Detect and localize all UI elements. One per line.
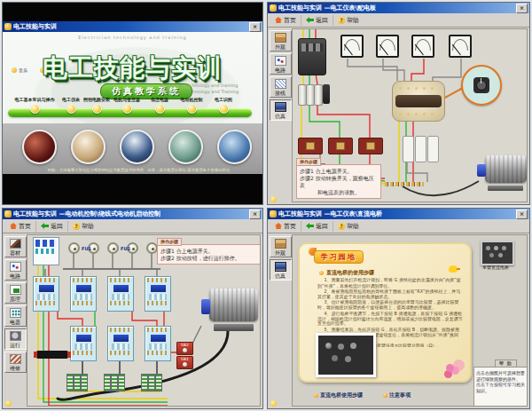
music-ball-icon[interactable] (270, 400, 277, 407)
relay[interactable] (415, 136, 426, 162)
fuse-dark[interactable] (323, 84, 330, 104)
contactor[interactable] (145, 326, 171, 361)
contactor[interactable] (145, 276, 171, 312)
fuse-holder[interactable] (107, 242, 119, 254)
simulation-canvas[interactable]: FU1 FU2 SB2 SB1 操作步骤 步骤1 合上电源开关。 步骤2 按动按… (27, 234, 261, 407)
titlebar[interactable]: 电工技能与实训 —电工仪表\直流电桥 × (268, 209, 529, 219)
home-button[interactable]: 首页 (5, 221, 36, 232)
contactor-terminals (73, 278, 94, 282)
sidebar-item-devices[interactable]: 电器 (4, 305, 27, 327)
starting-resistor[interactable] (104, 374, 111, 391)
contactor[interactable] (70, 326, 97, 361)
menu-item-drawings[interactable]: 电工识图 (210, 97, 237, 114)
titlebar[interactable]: 电工技能与实训 —电动机控制\绕线式电动机启动控制 × (3, 209, 262, 219)
photo-device[interactable] (120, 130, 154, 164)
photo-meter[interactable] (71, 130, 106, 164)
close-button[interactable]: × (249, 209, 261, 219)
music-ball-icon[interactable] (270, 196, 277, 202)
link-precautions[interactable]: 注意事项 (383, 391, 411, 399)
english-line2: Electrician Technology and Training (160, 89, 239, 95)
sidebar-item-appearance[interactable]: 外观 (270, 236, 292, 257)
terminal-busbar[interactable] (36, 351, 68, 359)
starting-resistor[interactable] (155, 374, 162, 391)
menu-item-lighting[interactable]: 照明电路安装 (81, 97, 113, 114)
sidebar-item-simulation[interactable]: 仿真 (270, 259, 292, 281)
component-thumbnail[interactable] (481, 241, 514, 265)
menu-item-motorcontrol[interactable]: 电动机控制 (176, 97, 207, 114)
photo-motor[interactable] (168, 130, 203, 164)
music-ball-icon[interactable] (5, 400, 12, 407)
sidebar-item-simulation[interactable]: 仿真 (270, 99, 292, 121)
sidebar-item-wiring[interactable]: 接线 (270, 76, 292, 98)
starting-resistor[interactable] (118, 374, 125, 391)
fuse-holder[interactable] (68, 242, 80, 254)
help-button[interactable]: ?帮助 (333, 221, 364, 232)
close-button[interactable]: × (516, 209, 528, 219)
current-transformer[interactable] (298, 138, 323, 154)
sidebar-item-run[interactable]: 运行 (4, 328, 27, 350)
back-button[interactable]: 返回 (301, 221, 333, 232)
titlebar[interactable]: 电工技能与实训 —电工仪表\配电板 × (268, 3, 529, 13)
sidebar-item-principle[interactable]: 原理 (4, 282, 27, 304)
help-button[interactable]: ?帮助 (68, 221, 98, 232)
help-note-line: 点击右侧图片可选择想要进行细致观察的器件。 (476, 370, 526, 382)
circuit-breaker[interactable] (33, 237, 59, 265)
starting-resistor[interactable] (74, 374, 81, 391)
motor[interactable] (477, 155, 527, 191)
contactor[interactable] (107, 276, 134, 312)
menu-item-transformer[interactable]: 电机与变压器 (111, 97, 143, 114)
sidebar-item-circuit[interactable]: 电路 (270, 53, 292, 75)
starting-resistor[interactable] (148, 374, 155, 391)
motor[interactable] (201, 288, 258, 331)
contactor-contacts (112, 294, 129, 300)
bridge-photo[interactable] (316, 333, 376, 377)
back-button[interactable]: 返回 (36, 221, 68, 232)
contactor[interactable] (107, 326, 134, 361)
menu-item-basics[interactable]: 电工基本常识与操作 (10, 97, 59, 114)
fuse[interactable] (314, 84, 323, 106)
back-button[interactable]: 返回 (301, 15, 333, 26)
switch-band (395, 95, 442, 107)
close-button[interactable]: × (516, 4, 528, 13)
current-transformer[interactable] (328, 138, 353, 154)
panel-meter[interactable] (376, 35, 399, 58)
starting-resistor[interactable] (81, 374, 88, 391)
panel-meter[interactable] (340, 35, 364, 58)
contactor[interactable] (70, 276, 97, 312)
sidebar-item-circuit[interactable]: 电路 (4, 259, 27, 281)
circuit-breaker[interactable] (298, 38, 326, 75)
starting-resistor[interactable] (66, 374, 74, 391)
panel-meter[interactable] (449, 35, 472, 58)
close-button[interactable]: × (249, 22, 261, 32)
sidebar-item-equipment[interactable]: 器材 (4, 236, 27, 257)
rotary-changeover-switch[interactable] (392, 81, 445, 122)
relay[interactable] (403, 136, 414, 162)
contactor-label-plate (113, 335, 129, 342)
simulation-canvas[interactable]: 操作步骤 步骤1 合上电源开关。 步骤2 按动转换开关，观察电压表 和电流表的读… (292, 28, 528, 202)
pushbutton-sb2[interactable]: SB2 (176, 342, 193, 355)
current-transformer[interactable] (358, 138, 383, 154)
menu-item-lowvoltage[interactable]: 低压电器 (146, 97, 173, 114)
back-icon (41, 223, 49, 229)
contactor[interactable] (33, 276, 59, 312)
photo-wires[interactable] (22, 130, 57, 164)
sidebar-item-repair[interactable]: 维修 (4, 352, 27, 373)
link-usage-steps[interactable]: 直流电桥使用步骤 (314, 391, 363, 399)
relay[interactable] (427, 136, 439, 162)
titlebar[interactable]: 电工技能与实训 × (3, 21, 262, 32)
bullet-icon (383, 393, 387, 398)
photo-components[interactable] (217, 130, 252, 164)
terminal-strip[interactable] (385, 182, 424, 186)
home-button[interactable]: 首页 (270, 15, 301, 26)
pushbutton-sb1[interactable]: SB1 (176, 356, 193, 369)
step-paragraph: 4、进行电桥平衡调节，先按下按钮 B 接通电源，再按下按钮 G 接通检流计，根据… (317, 311, 463, 327)
sidebar-item-appearance[interactable]: 外观 (270, 30, 292, 51)
starting-resistor[interactable] (141, 374, 148, 391)
help-button[interactable]: ?帮助 (333, 15, 364, 26)
contactor-terminals (147, 301, 168, 305)
panel-meter[interactable] (411, 35, 434, 58)
starting-resistor[interactable] (111, 374, 118, 391)
home-button[interactable]: 首页 (270, 221, 301, 232)
toolbar: 首页 返回 ?帮助 (268, 219, 529, 233)
operation-steps-panel: 操作步骤 步骤1 合上电源开关。 步骤2 按动转换开关，观察电压表 和电流表的读… (296, 164, 381, 199)
